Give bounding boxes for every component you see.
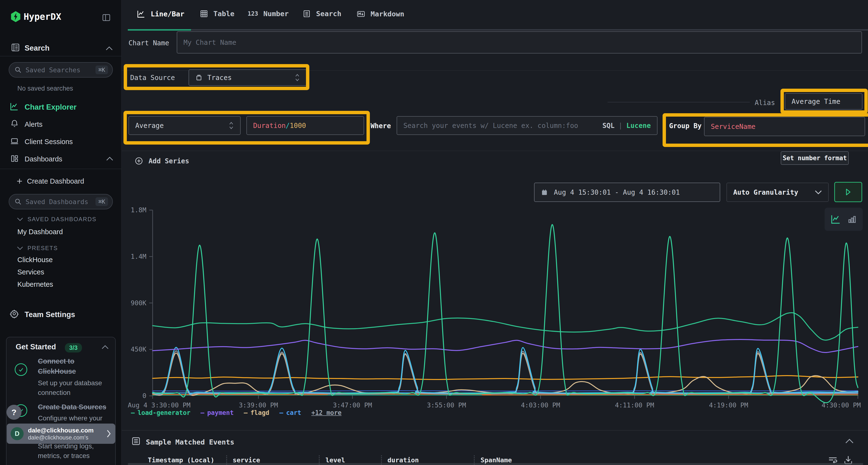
presets-heading: PRESETS bbox=[28, 245, 58, 252]
where-label: Where bbox=[371, 122, 391, 130]
sidebar-item-team-settings[interactable]: Team Settings bbox=[25, 310, 75, 319]
sidebar-item-chart-explorer[interactable]: Chart Explorer bbox=[25, 103, 76, 111]
tab-label: Search bbox=[316, 10, 341, 18]
timeseries-chart[interactable]: 0450K900K1.4M1.8MAug 4 3:30:00 PM3:39:00… bbox=[128, 204, 867, 411]
where-input[interactable]: Search your events w/ Lucene ex. column:… bbox=[397, 116, 657, 135]
get-started-title: Get Started bbox=[16, 343, 56, 351]
add-series-label: Add Series bbox=[149, 157, 189, 165]
step1-desc2: connection bbox=[38, 388, 102, 398]
sidebar-item-search[interactable]: Search bbox=[25, 44, 50, 53]
chevron-down-icon bbox=[815, 190, 822, 195]
alias-value: Average Time bbox=[792, 98, 840, 105]
hyperdx-logo-icon[interactable] bbox=[10, 11, 21, 22]
legend-item[interactable]: —flagd bbox=[244, 409, 269, 416]
sidebar-item-my-dashboard[interactable]: My Dashboard bbox=[18, 228, 63, 236]
tab-search[interactable]: Search bbox=[303, 10, 341, 18]
divider bbox=[0, 169, 122, 169]
svg-text:1.4M: 1.4M bbox=[131, 253, 146, 260]
hyperdx-app: HyperDX Search Saved Searches ⌘K No save… bbox=[0, 0, 868, 465]
create-dashboard-button[interactable]: Create Dashboard bbox=[27, 177, 84, 185]
sidebar-item-client-sessions[interactable]: Client Sessions bbox=[25, 138, 73, 146]
get-started-step3[interactable]: Start sending logs, metrics, or traces bbox=[38, 441, 94, 461]
get-started-step1[interactable]: Connect to ClickHouse Set up your databa… bbox=[38, 356, 102, 398]
select-updown-icon bbox=[294, 73, 300, 82]
help-button[interactable]: ? bbox=[6, 405, 22, 420]
run-query-button[interactable] bbox=[834, 182, 862, 202]
saved-dashboards-input[interactable]: Saved Dashboards ⌘K bbox=[9, 194, 113, 209]
legend-more-link[interactable]: +12 more bbox=[311, 409, 341, 416]
aggregation-select[interactable]: Average bbox=[128, 116, 241, 135]
sql-toggle[interactable]: SQL bbox=[602, 122, 615, 130]
group-by-label: Group By bbox=[669, 122, 702, 130]
sidebar-item-clickhouse[interactable]: ClickHouse bbox=[18, 256, 53, 264]
tab-markdown[interactable]: Markdown bbox=[356, 10, 404, 18]
lucene-toggle[interactable]: Lucene bbox=[626, 122, 651, 130]
kbd-shortcut: ⌘K bbox=[95, 66, 108, 74]
events-collapse-chevron-icon[interactable] bbox=[845, 438, 854, 444]
data-source-select[interactable]: Traces bbox=[189, 69, 307, 86]
play-icon bbox=[845, 189, 851, 196]
where-placeholder: Search your events w/ Lucene ex. column:… bbox=[403, 122, 578, 130]
get-started-card: Get Started 3/3 Connect to ClickHouse Se… bbox=[6, 337, 116, 465]
sidebar-item-services[interactable]: Services bbox=[18, 268, 44, 276]
sidebar-collapse-icon[interactable] bbox=[102, 13, 111, 22]
tab-table[interactable]: Table bbox=[200, 10, 235, 18]
legend-item[interactable]: —load-generator bbox=[131, 409, 190, 416]
step1-title: Connect to bbox=[38, 356, 102, 366]
date-range-picker[interactable]: Aug 4 15:30:01 - Aug 4 16:30:01 bbox=[534, 182, 720, 202]
saved-searches-input[interactable]: Saved Searches ⌘K bbox=[9, 62, 113, 77]
sidebar-item-kubernetes[interactable]: Kubernetes bbox=[18, 280, 53, 289]
group-by-value: ServiceName bbox=[711, 123, 755, 131]
chart-name-input[interactable]: My Chart Name bbox=[177, 31, 862, 54]
sidebar-item-alerts[interactable]: Alerts bbox=[25, 121, 42, 128]
legend-item[interactable]: —cart bbox=[279, 409, 301, 416]
svg-text:450K: 450K bbox=[131, 345, 147, 353]
expression-input[interactable]: Duration/1000 bbox=[246, 116, 364, 135]
document-list-icon bbox=[303, 10, 311, 18]
tab-line-bar[interactable]: Line/Bar bbox=[137, 10, 184, 18]
step1-desc: Set up your database bbox=[38, 378, 102, 388]
series-orange-avg bbox=[153, 376, 858, 379]
get-started-progress-badge: 3/3 bbox=[65, 343, 82, 353]
svg-text:Aug 4 3:30:00 PM: Aug 4 3:30:00 PM bbox=[128, 401, 190, 409]
logo-text[interactable]: HyperDX bbox=[24, 11, 61, 22]
dashboards-collapse-chevron-icon[interactable] bbox=[106, 157, 113, 161]
saved-searches-placeholder: Saved Searches bbox=[26, 66, 95, 74]
legend-item[interactable]: —payment bbox=[200, 409, 234, 416]
user-email: dale@clickhouse.com bbox=[28, 427, 106, 434]
sidebar-item-dashboards[interactable]: Dashboards bbox=[25, 155, 62, 163]
group-by-input[interactable]: ServiceName bbox=[704, 117, 865, 136]
column-header-service[interactable]: service bbox=[233, 456, 260, 464]
tab-number[interactable]: 123 Number bbox=[248, 10, 289, 18]
user-account-button[interactable]: D dale@clickhouse.com dale@clickhouse.co… bbox=[7, 424, 115, 444]
alerts-bell-icon bbox=[10, 119, 19, 128]
add-series-button[interactable]: Add Series bbox=[134, 157, 189, 165]
column-header-timestamp[interactable]: Timestamp (Local) bbox=[148, 456, 214, 464]
kbd-shortcut: ⌘K bbox=[95, 197, 108, 206]
data-source-value: Traces bbox=[207, 74, 232, 82]
column-header-duration[interactable]: duration bbox=[388, 456, 419, 464]
events-list-icon bbox=[131, 437, 141, 446]
chart-name-label: Chart Name bbox=[128, 39, 169, 47]
search-collapse-chevron-icon[interactable] bbox=[105, 46, 113, 51]
alias-label: Alias bbox=[755, 99, 775, 107]
saved-dashboards-group[interactable]: SAVED DASHBOARDS bbox=[17, 216, 96, 223]
column-header-spanname[interactable]: SpanName bbox=[480, 456, 512, 464]
divider bbox=[0, 56, 122, 56]
granularity-select[interactable]: Auto Granularity bbox=[726, 182, 829, 202]
divider bbox=[122, 151, 868, 151]
get-started-collapse-chevron-icon[interactable] bbox=[101, 345, 109, 350]
alias-connector-line bbox=[608, 102, 750, 102]
set-number-format-button[interactable]: Set number format bbox=[781, 151, 849, 165]
expression-value: 1000 bbox=[290, 122, 306, 130]
horizontal-scrollbar[interactable] bbox=[128, 463, 863, 465]
markdown-icon bbox=[356, 10, 365, 18]
alias-input[interactable]: Average Time bbox=[785, 93, 863, 110]
column-header-level[interactable]: level bbox=[326, 456, 345, 464]
tab-label: Line/Bar bbox=[151, 10, 184, 18]
chevron-down-icon bbox=[17, 246, 23, 250]
search-icon bbox=[14, 66, 22, 73]
user-subtitle: dale@clickhouse.com's bbox=[28, 434, 106, 441]
presets-group[interactable]: PRESETS bbox=[17, 245, 58, 252]
table-icon bbox=[200, 10, 208, 18]
